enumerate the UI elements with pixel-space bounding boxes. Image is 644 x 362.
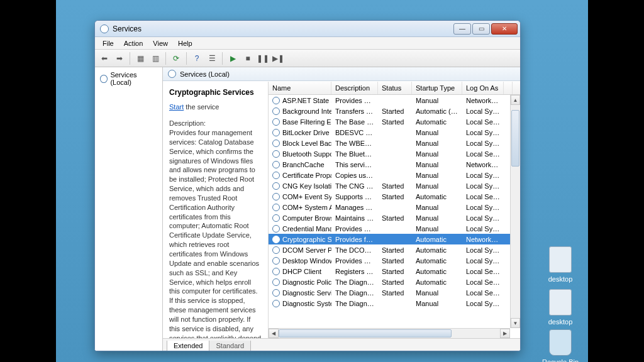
service-row[interactable]: DHCP ClientRegisters an...StartedAutomat…	[269, 266, 520, 277]
service-row[interactable]: BitLocker Drive En...BDESVC hos...Manual…	[269, 127, 520, 138]
service-log-on-as: Local Syste...	[462, 204, 504, 211]
tab-extended[interactable]: Extended	[167, 341, 209, 351]
service-name: BranchCache	[282, 161, 325, 168]
service-description: The Diagno...	[331, 300, 378, 307]
service-startup-type: Manual	[412, 225, 462, 233]
pause-service-button[interactable]: ❚❚	[256, 52, 270, 65]
recycle-bin[interactable]: Recycle Bin	[540, 329, 580, 362]
service-description: Manages th...	[331, 204, 378, 211]
service-description: Maintains a...	[331, 214, 378, 222]
forward-button[interactable]: ➡	[113, 52, 126, 65]
scroll-thumb[interactable]	[279, 329, 452, 337]
titlebar[interactable]: Services — ▭ ✕	[95, 21, 520, 37]
close-button[interactable]: ✕	[491, 23, 518, 35]
service-row[interactable]: DCOM Server Pro...The DCOM...StartedAuto…	[269, 244, 520, 255]
service-log-on-as: Local Syste...	[462, 129, 504, 136]
icon-label: Recycle Bin	[540, 358, 580, 362]
scroll-thumb[interactable]	[511, 110, 519, 167]
back-button[interactable]: ⬅	[97, 52, 111, 65]
desktop-shortcut[interactable]: desktop	[540, 289, 580, 326]
service-status: Started	[378, 257, 412, 265]
maximize-button[interactable]: ▭	[472, 23, 490, 35]
menu-help[interactable]: Help	[173, 38, 197, 48]
service-row[interactable]: Bluetooth Support...The Bluetoo...Manual…	[269, 148, 520, 159]
service-description: Provides fo...	[331, 236, 378, 243]
service-log-on-as: Local Syste...	[462, 225, 504, 233]
gear-icon	[272, 118, 280, 126]
service-row[interactable]: Block Level Backu...The WBENG...ManualLo…	[269, 138, 520, 148]
service-log-on-as: Local Service	[462, 268, 504, 275]
service-row[interactable]: COM+ System Ap...Manages th...ManualLoca…	[269, 202, 520, 212]
service-name: Diagnostic Service...	[282, 289, 331, 297]
icon-label: desktop	[540, 275, 580, 283]
service-log-on-as: Local Service	[462, 289, 504, 297]
menu-action[interactable]: Action	[119, 38, 148, 48]
refresh-button[interactable]: ⟳	[169, 52, 183, 65]
service-name: Background Intelli...	[282, 107, 331, 115]
start-service-link[interactable]: Start	[169, 103, 184, 111]
help-button[interactable]: ?	[190, 52, 204, 65]
pane-header-label: Services (Local)	[180, 70, 230, 78]
pane-header: Services (Local)	[163, 67, 520, 81]
col-startup-type[interactable]: Startup Type	[412, 82, 462, 94]
scroll-up-icon[interactable]: ▲	[511, 95, 520, 105]
col-description[interactable]: Description	[331, 82, 378, 94]
service-row[interactable]: Diagnostic System...The Diagno...ManualL…	[269, 298, 520, 309]
service-description: Supports Sy...	[331, 193, 378, 200]
service-row[interactable]: Certificate Propag...Copies user ...Manu…	[269, 170, 520, 180]
gear-icon	[168, 70, 176, 78]
col-status[interactable]: Status	[378, 82, 412, 94]
scroll-down-icon[interactable]: ▼	[511, 318, 520, 328]
tree-root-label: Services (Local)	[110, 71, 157, 86]
minimize-button[interactable]: —	[453, 23, 471, 35]
gear-icon	[272, 236, 280, 243]
tree-root-item[interactable]: Services (Local)	[99, 70, 158, 87]
service-log-on-as: Local Syste...	[462, 172, 504, 179]
restart-service-button[interactable]: ▶❚	[271, 52, 285, 65]
service-log-on-as: Local Service	[462, 278, 504, 286]
service-log-on-as: Local Syste...	[462, 107, 504, 115]
service-startup-type: Manual	[412, 300, 462, 307]
service-name: Computer Browser	[282, 214, 331, 222]
tab-standard[interactable]: Standard	[209, 341, 251, 351]
service-row[interactable]: COM+ Event Syst...Supports Sy...StartedA…	[269, 191, 520, 202]
menu-file[interactable]: File	[97, 38, 119, 48]
service-row[interactable]: Diagnostic Policy ...The Diagno...Starte…	[269, 277, 520, 287]
service-row[interactable]: Desktop Window ...Provides De...StartedA…	[269, 255, 520, 266]
service-row[interactable]: Credential ManagerProvides se...ManualLo…	[269, 223, 520, 234]
service-startup-type: Manual	[412, 161, 462, 168]
service-row[interactable]: Cryptographic Ser...Provides fo...Automa…	[269, 234, 520, 244]
service-row[interactable]: Background Intelli...Transfers fil...Sta…	[269, 106, 520, 116]
menu-view[interactable]: View	[148, 38, 173, 48]
service-name: Block Level Backu...	[282, 140, 331, 147]
service-description: Provides su...	[331, 97, 378, 104]
horizontal-scrollbar[interactable]: ◀ ▶	[269, 328, 510, 338]
show-hide-tree-button[interactable]: ▥	[148, 52, 162, 65]
scroll-left-icon[interactable]: ◀	[269, 329, 279, 338]
up-button[interactable]: ▦	[133, 52, 147, 65]
gear-icon	[100, 75, 108, 83]
service-row[interactable]: CNG Key IsolationThe CNG ke...StartedMan…	[269, 180, 520, 191]
window-title: Services	[113, 25, 453, 33]
col-log-on-as[interactable]: Log On As	[462, 82, 504, 94]
service-log-on-as: Local Syste...	[462, 246, 504, 254]
console-tree[interactable]: Services (Local)	[95, 67, 163, 351]
properties-button[interactable]: ☰	[205, 52, 219, 65]
stop-service-button[interactable]: ■	[241, 52, 255, 65]
vertical-scrollbar[interactable]: ▲▼	[510, 95, 520, 328]
file-icon	[549, 289, 572, 315]
gear-icon	[272, 204, 280, 211]
service-row[interactable]: Diagnostic Service...The Diagno...Starte…	[269, 287, 520, 298]
service-row[interactable]: ASP.NET State Ser...Provides su...Manual…	[269, 95, 520, 106]
gear-icon	[272, 140, 280, 147]
service-log-on-as: Network S...	[462, 161, 504, 168]
service-row[interactable]: BranchCacheThis service ...ManualNetwork…	[269, 159, 520, 170]
desktop-shortcut[interactable]: desktop	[540, 246, 580, 283]
service-row[interactable]: Base Filtering Engi...The Base Fil...Sta…	[269, 116, 520, 127]
col-name[interactable]: Name	[269, 82, 331, 94]
gear-icon	[272, 225, 280, 233]
start-service-button[interactable]: ▶	[226, 52, 240, 65]
service-row[interactable]: Computer BrowserMaintains a...StartedMan…	[269, 212, 520, 223]
gear-icon	[272, 268, 280, 275]
scroll-right-icon[interactable]: ▶	[500, 329, 510, 338]
